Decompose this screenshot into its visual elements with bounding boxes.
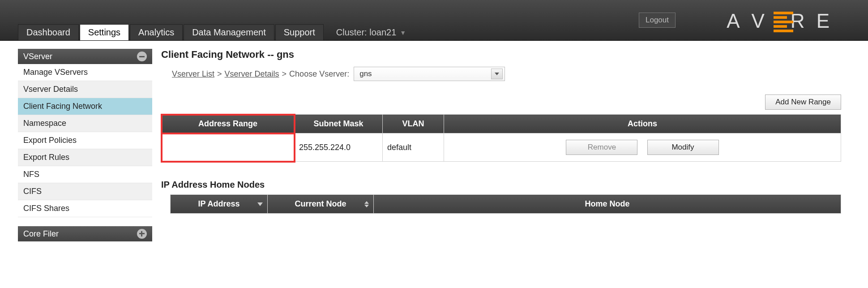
add-new-range-button[interactable]: Add New Range: [765, 95, 841, 110]
col-home-node[interactable]: Home Node: [374, 195, 841, 214]
tab-data-management[interactable]: Data Management: [184, 24, 274, 40]
col-label: Current Node: [295, 199, 346, 208]
breadcrumb-sep: >: [282, 69, 287, 79]
range-actions: Add New Range: [161, 95, 841, 110]
sidebar-section-title: VServer: [23, 52, 52, 61]
main-tabs: Dashboard Settings Analytics Data Manage…: [18, 24, 406, 40]
breadcrumb-choose-label: Choose Vserver:: [289, 69, 349, 79]
sidebar: VServer Manage VServers Vserver Details …: [18, 49, 152, 241]
chevron-down-icon[interactable]: [491, 69, 503, 79]
table-row: 255.255.224.0 default Remove Modify: [162, 133, 841, 162]
cell-vlan: default: [383, 133, 444, 162]
chevron-down-icon: ▼: [400, 29, 406, 36]
cluster-prefix: Cluster:: [336, 27, 367, 38]
sidebar-item-export-rules[interactable]: Export Rules: [18, 149, 152, 166]
sidebar-section-core-filer[interactable]: Core Filer: [18, 226, 152, 241]
cluster-name: loan21: [369, 27, 396, 38]
sidebar-section-vserver[interactable]: VServer: [18, 49, 152, 64]
page-title: Client Facing Network -- gns: [161, 49, 841, 60]
cluster-selector[interactable]: Cluster: loan21 ▼: [336, 27, 406, 40]
remove-button[interactable]: Remove: [566, 140, 637, 155]
cell-address-range: [162, 133, 295, 162]
sidebar-item-client-facing-network[interactable]: Client Facing Network: [18, 98, 152, 115]
modify-button[interactable]: Modify: [647, 140, 719, 155]
sidebar-item-export-policies[interactable]: Export Policies: [18, 132, 152, 149]
tab-analytics[interactable]: Analytics: [130, 24, 183, 40]
brand-logo: A V R E: [727, 10, 841, 32]
brand-letter: V: [752, 10, 776, 32]
breadcrumb: Vserver List > Vserver Details > Choose …: [172, 67, 841, 81]
tab-dashboard[interactable]: Dashboard: [18, 24, 79, 40]
col-current-node[interactable]: Current Node: [268, 195, 374, 214]
sidebar-item-cifs-shares[interactable]: CIFS Shares: [18, 200, 152, 217]
tab-support[interactable]: Support: [275, 24, 324, 40]
col-ip-address[interactable]: IP Address: [171, 195, 268, 214]
sidebar-section-title: Core Filer: [23, 229, 59, 239]
sidebar-item-vserver-details[interactable]: Vserver Details: [18, 81, 152, 98]
logout-button[interactable]: Logout: [639, 13, 676, 28]
col-vlan[interactable]: VLAN: [383, 115, 444, 133]
brand-letter: E: [817, 10, 841, 32]
col-actions: Actions: [444, 115, 841, 133]
col-subnet-mask[interactable]: Subnet Mask: [295, 115, 383, 133]
cell-subnet-mask: 255.255.224.0: [295, 133, 383, 162]
page-body: VServer Manage VServers Vserver Details …: [0, 41, 868, 241]
sidebar-item-nfs[interactable]: NFS: [18, 166, 152, 183]
brand-e-icon: [774, 12, 793, 32]
tab-settings[interactable]: Settings: [80, 24, 129, 40]
sort-icon[interactable]: [364, 201, 369, 207]
breadcrumb-sep: >: [217, 69, 222, 79]
col-address-range[interactable]: Address Range: [162, 115, 295, 133]
sort-desc-icon[interactable]: [257, 202, 263, 206]
topbar: Logout A V R E Dashboard Settings Analyt…: [0, 0, 868, 41]
sidebar-item-namespace[interactable]: Namespace: [18, 115, 152, 132]
cell-actions: Remove Modify: [444, 133, 841, 162]
col-label: IP Address: [198, 199, 239, 208]
breadcrumb-vserver-details[interactable]: Vserver Details: [225, 69, 279, 79]
expand-icon[interactable]: [137, 229, 147, 239]
address-range-table: Address Range Subnet Mask VLAN Actions 2…: [161, 114, 841, 162]
brand-letter: A: [727, 10, 751, 32]
ip-nodes-title: IP Address Home Nodes: [161, 180, 841, 190]
vserver-select-value: gns: [359, 69, 372, 78]
ip-nodes-table: IP Address Current Node Home Node: [170, 194, 841, 214]
vserver-select[interactable]: gns: [354, 67, 505, 81]
brand-letter: R: [791, 10, 817, 32]
col-label: Home Node: [585, 199, 629, 208]
breadcrumb-vserver-list[interactable]: Vserver List: [172, 69, 214, 79]
main-content: Client Facing Network -- gns Vserver Lis…: [152, 49, 868, 241]
collapse-icon[interactable]: [137, 52, 147, 61]
sidebar-item-cifs[interactable]: CIFS: [18, 183, 152, 200]
sidebar-item-manage-vservers[interactable]: Manage VServers: [18, 64, 152, 81]
